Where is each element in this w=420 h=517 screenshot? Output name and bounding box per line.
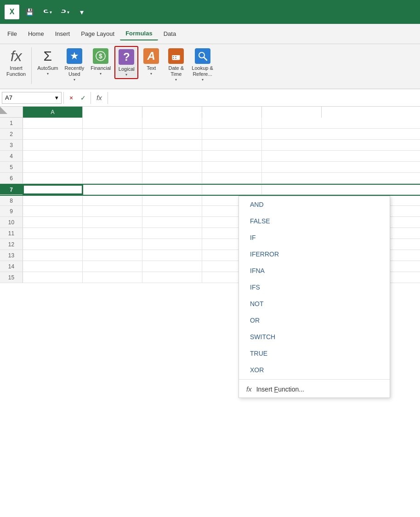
cell-A14[interactable]: [23, 261, 83, 272]
cell-C13[interactable]: [142, 250, 202, 261]
row-header-4[interactable]: 4: [0, 151, 23, 161]
row-header-13[interactable]: 13: [0, 250, 23, 261]
confirm-btn[interactable]: ✓: [78, 92, 89, 103]
cell-A1[interactable]: [23, 118, 83, 128]
cell-B11[interactable]: [83, 228, 142, 239]
menu-file[interactable]: File: [2, 28, 23, 40]
cell-B14[interactable]: [83, 261, 142, 272]
cell-C2[interactable]: [142, 129, 202, 139]
cell-C4[interactable]: [142, 151, 202, 161]
formula-input[interactable]: [110, 92, 418, 104]
dropdown-item-ifs[interactable]: IFS: [239, 279, 390, 295]
lookup-ref-btn[interactable]: Lookup &Refere... ▾: [189, 46, 216, 79]
cell-B9[interactable]: [83, 206, 142, 216]
cell-B5[interactable]: [83, 162, 142, 172]
cell-A4[interactable]: [23, 151, 83, 161]
cell-A8[interactable]: [23, 196, 83, 205]
cell-D6[interactable]: [202, 173, 262, 183]
cell-C10[interactable]: [142, 217, 202, 227]
cell-C1[interactable]: [142, 118, 202, 128]
dropdown-item-true[interactable]: TRUE: [239, 345, 390, 362]
cell-A10[interactable]: [23, 217, 83, 227]
row-header-8[interactable]: 8: [0, 196, 23, 205]
cell-B10[interactable]: [83, 217, 142, 227]
cell-A13[interactable]: [23, 250, 83, 261]
cell-B1[interactable]: [83, 118, 142, 128]
menu-data[interactable]: Data: [158, 28, 182, 40]
dropdown-item-xor[interactable]: XOR: [239, 362, 390, 378]
cell-A9[interactable]: [23, 206, 83, 216]
cell-A2[interactable]: [23, 129, 83, 139]
cell-D1[interactable]: [202, 118, 262, 128]
cell-B4[interactable]: [83, 151, 142, 161]
dropdown-item-ifna[interactable]: IFNA: [239, 262, 390, 279]
cell-B3[interactable]: [83, 140, 142, 150]
dropdown-item-and[interactable]: AND: [239, 196, 390, 213]
cell-C12[interactable]: [142, 239, 202, 250]
recently-used-btn[interactable]: ★ RecentlyUsed ▾: [62, 46, 87, 79]
col-header-C[interactable]: [142, 107, 202, 118]
undo-button[interactable]: ▾: [40, 6, 54, 18]
logical-btn[interactable]: ? Logical ▾: [114, 46, 138, 79]
redo-button[interactable]: ▾: [57, 6, 72, 18]
dropdown-item-switch[interactable]: SWITCH: [239, 329, 390, 345]
cell-C6[interactable]: [142, 173, 202, 183]
cell-C7[interactable]: [142, 185, 202, 194]
cell-B8[interactable]: [83, 196, 142, 205]
cell-C15[interactable]: [142, 272, 202, 283]
menu-insert[interactable]: Insert: [50, 28, 76, 40]
insert-function-btn[interactable]: fx InsertFunction: [4, 46, 28, 79]
row-header-15[interactable]: 15: [0, 272, 23, 283]
menu-formulas[interactable]: Formulas: [120, 27, 158, 40]
cell-A7[interactable]: [23, 185, 83, 194]
cell-C3[interactable]: [142, 140, 202, 150]
row-header-11[interactable]: 11: [0, 228, 23, 239]
col-header-B[interactable]: [83, 107, 142, 118]
row-header-6[interactable]: 6: [0, 173, 23, 183]
cell-C5[interactable]: [142, 162, 202, 172]
cell-A11[interactable]: [23, 228, 83, 239]
cell-B6[interactable]: [83, 173, 142, 183]
dropdown-item-false[interactable]: FALSE: [239, 213, 390, 229]
cell-A5[interactable]: [23, 162, 83, 172]
cell-B2[interactable]: [83, 129, 142, 139]
cell-A12[interactable]: [23, 239, 83, 250]
row-header-12[interactable]: 12: [0, 239, 23, 250]
cell-C9[interactable]: [142, 206, 202, 216]
cell-C8[interactable]: [142, 196, 202, 205]
customize-btn[interactable]: ▾: [74, 6, 89, 18]
dropdown-item-iferror[interactable]: IFERROR: [239, 246, 390, 262]
col-header-E[interactable]: [262, 107, 322, 118]
menu-page-layout[interactable]: Page Layout: [75, 28, 120, 40]
cell-B13[interactable]: [83, 250, 142, 261]
row-header-2[interactable]: 2: [0, 129, 23, 139]
dropdown-insert-function[interactable]: fx Insert Function...: [239, 381, 390, 398]
autosum-btn[interactable]: Σ AutoSum ▾: [34, 46, 61, 79]
name-box-arrow[interactable]: ▾: [55, 94, 58, 101]
cell-C14[interactable]: [142, 261, 202, 272]
row-header-9[interactable]: 9: [0, 206, 23, 216]
row-header-5[interactable]: 5: [0, 162, 23, 172]
dropdown-item-not[interactable]: NOT: [239, 295, 390, 312]
row-header-1[interactable]: 1: [0, 118, 23, 128]
cell-B15[interactable]: [83, 272, 142, 283]
save-button[interactable]: 💾: [22, 6, 37, 18]
cancel-btn[interactable]: ×: [66, 92, 77, 103]
cell-A15[interactable]: [23, 272, 83, 283]
row-header-14[interactable]: 14: [0, 261, 23, 272]
dropdown-item-or[interactable]: OR: [239, 312, 390, 329]
text-btn[interactable]: A Text ▾: [139, 46, 163, 79]
row-header-10[interactable]: 10: [0, 217, 23, 227]
cell-C11[interactable]: [142, 228, 202, 239]
name-box[interactable]: A7 ▾: [2, 92, 62, 104]
cell-B12[interactable]: [83, 239, 142, 250]
menu-home[interactable]: Home: [23, 28, 50, 40]
dropdown-item-if[interactable]: IF: [239, 229, 390, 246]
col-header-D[interactable]: [202, 107, 262, 118]
cell-D2[interactable]: [202, 129, 262, 139]
cell-A3[interactable]: [23, 140, 83, 150]
cell-D7[interactable]: [202, 185, 262, 194]
cell-A6[interactable]: [23, 173, 83, 183]
cell-D4[interactable]: [202, 151, 262, 161]
financial-btn[interactable]: $ Financial ▾: [88, 46, 114, 79]
